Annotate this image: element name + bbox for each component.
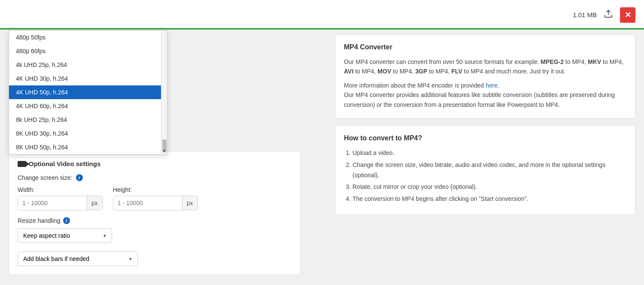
howto-title: How to convert to MP4? [344, 134, 626, 142]
dropdown-item-4k25[interactable]: 4k UHD 25p, h.264 [9, 58, 167, 72]
quality-dropdown[interactable]: 480p 50fps 480p 60fps 4k UHD 25p, h.264 … [9, 30, 167, 155]
howto-step-3: Rotate, cut mirror or crop your video (o… [352, 182, 626, 192]
dimension-row: Width: px Height: px [18, 186, 292, 210]
main-content: 480p 50fps 480p 60fps 4k UHD 25p, h.264 … [0, 30, 644, 285]
progress-bar-fill [0, 28, 644, 30]
add-black-bars-wrap: Add black bars if needed [18, 252, 138, 266]
upload-button[interactable] [604, 9, 613, 21]
resize-label: Resize handling i [18, 217, 292, 224]
add-black-bars-select[interactable]: Add black bars if needed [18, 252, 138, 266]
mp4-converter-title: MP4 Converter [344, 43, 626, 51]
mp4-converter-para1: Our MP4 converter can convert from over … [344, 57, 626, 76]
width-group: Width: px [18, 186, 103, 210]
dropdown-item-4k60[interactable]: 4K UHD 60p, h.264 [9, 99, 167, 113]
dropdown-item-8k50[interactable]: 8K UHD 50p, h.264 [9, 140, 167, 154]
screen-size-info-icon[interactable]: i [76, 174, 83, 181]
scroll-down-arrow: ▼ [162, 149, 167, 153]
dropdown-item-480p50[interactable]: 480p 50fps [9, 30, 167, 44]
height-group: Height: px [113, 186, 198, 210]
height-input[interactable] [113, 196, 182, 210]
close-button[interactable]: ✕ [620, 7, 635, 23]
width-input[interactable] [18, 196, 87, 210]
resize-info-icon[interactable]: i [63, 217, 70, 224]
dropdown-scrollbar[interactable]: ▼ [161, 30, 167, 154]
top-bar: 1.01 MB ✕ [0, 0, 644, 30]
howto-step-2: Change the screen size, video bitrate, a… [352, 160, 626, 181]
optional-video-settings: Optional Video settings Change screen si… [9, 151, 301, 275]
dropdown-item-480p60[interactable]: 480p 60fps [9, 44, 167, 58]
howto-step-1: Upload a video. [352, 148, 626, 158]
video-camera-icon [18, 161, 26, 167]
height-input-wrap: px [113, 196, 198, 210]
mp4-converter-card: MP4 Converter Our MP4 converter can conv… [335, 34, 635, 118]
dropdown-item-8k25[interactable]: 8k UHD 25p, h.264 [9, 113, 167, 127]
section-title: Optional Video settings [18, 160, 292, 167]
keep-aspect-ratio-wrap: Keep aspect ratio [18, 228, 112, 243]
left-panel: 480p 50fps 480p 60fps 4k UHD 25p, h.264 … [0, 30, 326, 285]
resize-section: Resize handling i Keep aspect ratio [18, 217, 292, 266]
howto-card: How to convert to MP4? Upload a video. C… [335, 125, 635, 215]
right-panel: MP4 Converter Our MP4 converter can conv… [326, 30, 644, 285]
howto-step-4: The conversion to MP4 begins after click… [352, 194, 626, 204]
howto-list: Upload a video. Change the screen size, … [344, 148, 626, 204]
dropdown-item-8k30[interactable]: 8K UHD 30p, h.264 [9, 127, 167, 140]
progress-bar-container [0, 28, 644, 30]
file-size: 1.01 MB [573, 11, 597, 18]
mp4-converter-para2: More information about the MP4 encoder i… [344, 81, 626, 109]
dropdown-item-4k30[interactable]: 4K UHD 30p, h.264 [9, 72, 167, 85]
here-link[interactable]: here [486, 82, 498, 89]
screen-size-label: Change screen size: i [18, 174, 292, 181]
keep-aspect-ratio-select[interactable]: Keep aspect ratio [18, 228, 112, 243]
dropdown-item-4k50[interactable]: 4K UHD 50p, h.264 [9, 85, 167, 99]
width-input-wrap: px [18, 196, 103, 210]
